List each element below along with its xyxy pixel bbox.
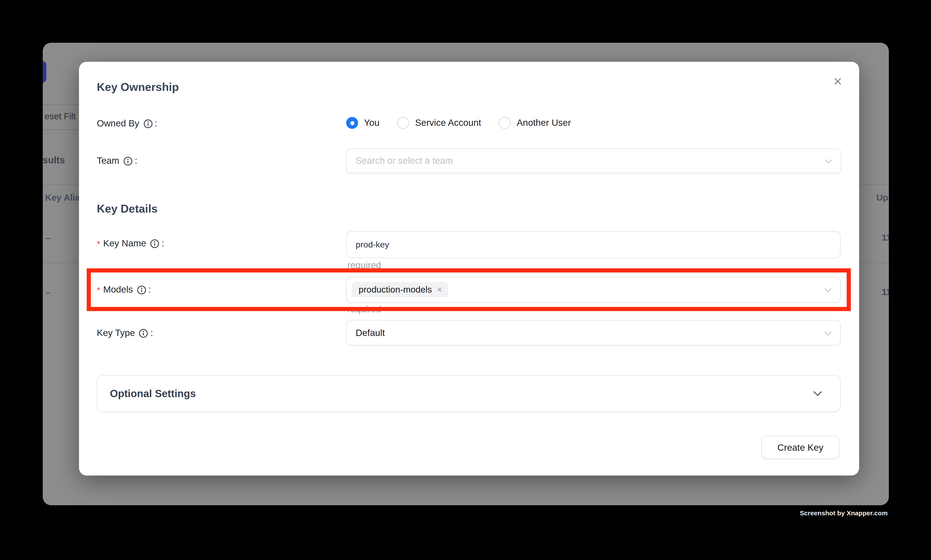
key-type-select[interactable]: Default <box>346 320 841 346</box>
radio-unselected-icon[interactable] <box>397 117 409 129</box>
key-name-label: * Key Name : <box>97 238 164 249</box>
model-tag: production-models ✕ <box>351 282 448 297</box>
reset-filters-button-fragment[interactable]: eset Filt <box>43 105 82 130</box>
chevron-down-icon <box>813 388 822 399</box>
table-row-date-value: 11/ <box>882 287 889 297</box>
table-row-alias-value: – <box>46 288 51 298</box>
key-name-required-hint: required <box>347 260 381 271</box>
close-icon[interactable]: ✕ <box>833 76 843 87</box>
info-icon[interactable] <box>137 285 146 294</box>
model-tag-label: production-models <box>359 284 432 295</box>
models-select[interactable]: production-models ✕ <box>346 277 841 303</box>
results-count-fragment: sults <box>43 155 65 166</box>
team-select[interactable]: Search or select a team <box>346 148 842 173</box>
radio-option-you[interactable]: You <box>346 117 380 129</box>
column-header-key-alias: Key Alia <box>45 192 80 203</box>
screenshot-stage: eset Filt sults Key Alia Up – 11/ – 11/ … <box>0 0 931 560</box>
create-key-modal: Key Ownership ✕ Owned By : You Service A… <box>79 62 859 475</box>
chevron-down-icon <box>824 328 832 338</box>
owned-by-label: Owned By : <box>97 118 157 129</box>
watermark-text: Screenshot by Xnapper.com <box>800 509 888 517</box>
info-icon[interactable] <box>123 156 132 165</box>
team-label: Team : <box>97 155 137 166</box>
radio-option-another-user[interactable]: Another User <box>499 117 571 129</box>
chevron-down-icon <box>825 155 833 166</box>
team-select-placeholder: Search or select a team <box>347 155 453 166</box>
info-icon[interactable] <box>143 119 152 128</box>
key-details-heading: Key Details <box>97 202 157 215</box>
models-required-hint: required <box>347 304 381 314</box>
models-label: * Models : <box>97 284 151 295</box>
table-row-date-value: 11/ <box>882 232 889 242</box>
optional-settings-toggle[interactable]: Optional Settings <box>97 375 841 412</box>
reset-filters-label: eset Filt <box>45 111 76 121</box>
required-asterisk: * <box>97 285 100 295</box>
key-name-value: prod-key <box>347 240 389 249</box>
modal-title: Key Ownership <box>97 81 179 94</box>
table-row-alias-value: – <box>46 233 51 243</box>
required-asterisk: * <box>97 238 100 249</box>
info-icon[interactable] <box>150 239 159 248</box>
owned-by-radio-group: You Service Account Another User <box>346 117 580 129</box>
key-name-input[interactable]: prod-key <box>346 231 841 258</box>
key-type-value: Default <box>347 328 385 338</box>
column-header-updated: Up <box>876 192 888 203</box>
radio-selected-icon[interactable] <box>346 117 358 129</box>
create-key-button-fragment[interactable] <box>43 61 46 83</box>
optional-settings-label: Optional Settings <box>110 388 196 400</box>
info-icon[interactable] <box>139 329 148 337</box>
tag-remove-icon[interactable]: ✕ <box>437 286 443 293</box>
chevron-down-icon <box>824 284 832 295</box>
radio-option-service-account[interactable]: Service Account <box>397 117 481 129</box>
radio-unselected-icon[interactable] <box>499 117 511 129</box>
create-key-button[interactable]: Create Key <box>761 436 839 459</box>
key-type-label: Key Type : <box>97 328 153 338</box>
